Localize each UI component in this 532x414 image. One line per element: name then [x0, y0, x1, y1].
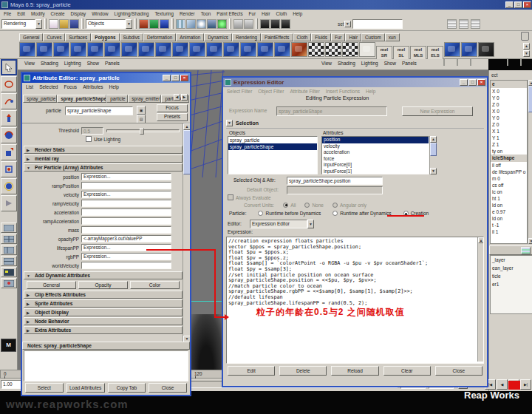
- attribute-field[interactable]: [81, 262, 171, 269]
- notes-area[interactable]: [24, 350, 188, 381]
- attribute-field[interactable]: [81, 226, 171, 234]
- channel-row[interactable]: ld on: [491, 202, 527, 208]
- radio-icon[interactable]: [332, 203, 338, 208]
- maximize-button[interactable]: □: [514, 1, 522, 8]
- attribute-field[interactable]: Expression...: [81, 191, 171, 198]
- shelf-tab[interactable]: Hair: [345, 33, 361, 41]
- shelf-icon-extrude[interactable]: [206, 42, 222, 57]
- menu-item[interactable]: Selected: [39, 84, 58, 89]
- scroll-thumb[interactable]: [183, 130, 190, 174]
- per-particle-section-header[interactable]: ▼Per Particle (Array) Attributes: [24, 163, 183, 172]
- minimize-button[interactable]: _: [163, 75, 171, 81]
- dialog-button[interactable]: Edit: [228, 366, 275, 376]
- section-header[interactable]: ▶Object Display: [24, 308, 183, 316]
- default-object-field[interactable]: [287, 186, 383, 194]
- menu-item[interactable]: Object Filter: [258, 89, 284, 94]
- add-dynamic-button[interactable]: Opacity: [78, 281, 128, 289]
- menu-item[interactable]: Lighting/Shading: [115, 11, 149, 16]
- shelf-tab[interactable]: Dynamics: [204, 33, 232, 41]
- dialog-button[interactable]: Copy Tab: [108, 383, 146, 393]
- scroll-down-icon[interactable]: ▼: [528, 238, 532, 244]
- scroll-down-icon[interactable]: ▼: [183, 336, 190, 342]
- shelf-tab[interactable]: Animation: [176, 33, 204, 41]
- menu-item[interactable]: Edit: [17, 11, 25, 16]
- dialog-button[interactable]: Close: [435, 366, 482, 376]
- attribute-field[interactable]: [81, 182, 171, 189]
- toolbar-grip[interactable]: [134, 18, 137, 29]
- snap-curve-icon[interactable]: [186, 19, 196, 29]
- minimize-button[interactable]: _: [460, 79, 468, 86]
- channel-row[interactable]: il 1: [491, 228, 527, 235]
- dialog-button[interactable]: Close: [149, 383, 187, 393]
- attribute-field[interactable]: [81, 200, 171, 207]
- panel-menu-item[interactable]: Show: [384, 61, 396, 66]
- layout-persp-graph-button[interactable]: [1, 256, 17, 266]
- section-header[interactable]: ▶Clip Effects Attributes: [24, 291, 183, 299]
- save-scene-icon[interactable]: [69, 19, 79, 29]
- node-name-field[interactable]: spray_particleShape: [65, 106, 133, 115]
- menu-item[interactable]: Create: [51, 11, 65, 16]
- selection-mask-dropdown[interactable]: Objects: [86, 19, 126, 29]
- channel-row[interactable]: Y 0: [491, 115, 527, 121]
- attribute-editor-tab[interactable]: spray_particle: [23, 95, 57, 103]
- render-view-icon[interactable]: [260, 19, 270, 29]
- ipr-render-icon[interactable]: [281, 19, 290, 29]
- attribute-list-item[interactable]: inputForce[0]: [322, 162, 429, 169]
- dialog-button[interactable]: Delete: [279, 366, 327, 376]
- layout-persp-outliner-button[interactable]: [1, 245, 17, 255]
- maximize-button[interactable]: □: [468, 79, 477, 86]
- shelf-icon-poly-solid[interactable]: [172, 42, 188, 57]
- universal-manipulator-tool[interactable]: [1, 161, 17, 177]
- scroll-up-icon[interactable]: ▲: [528, 80, 532, 86]
- channel-scrollbar[interactable]: ▲ ▼: [528, 80, 532, 244]
- expression-name-field[interactable]: spray_particleShape: [276, 106, 387, 116]
- set-field[interactable]: [352, 19, 403, 29]
- channel-row[interactable]: Y 1: [491, 135, 527, 141]
- collapse-icon[interactable]: ▼: [226, 120, 233, 126]
- close-button[interactable]: ×: [523, 1, 531, 8]
- panel-menu-item[interactable]: Shading: [41, 61, 58, 66]
- shelf-scroll-up-icon[interactable]: ▲: [523, 43, 530, 50]
- shelf-tab[interactable]: Surfaces: [65, 33, 91, 41]
- radio-icon[interactable]: [304, 203, 310, 208]
- menu-item[interactable]: Toon: [201, 11, 211, 16]
- object-list-item[interactable]: spray_particle: [228, 137, 317, 143]
- menu-item[interactable]: Fur: [249, 11, 256, 16]
- maximize-button[interactable]: □: [171, 75, 180, 81]
- shelf-tab[interactable]: Custom: [361, 33, 385, 41]
- shelf-trash-icon[interactable]: [521, 32, 529, 41]
- move-tool[interactable]: [1, 110, 17, 126]
- paint-select-tool[interactable]: [1, 93, 17, 109]
- shelf-icon-separate[interactable]: [240, 42, 256, 57]
- attribute-field[interactable]: Expression...: [81, 173, 171, 180]
- editor-dropdown-arrow-icon[interactable]: ▼: [307, 220, 314, 228]
- attributes-list-scrollbar[interactable]: ▲ ▼: [429, 136, 436, 174]
- shelf-icon-script-pen[interactable]: [359, 42, 375, 57]
- shelf-tab[interactable]: Curves: [43, 33, 65, 41]
- shelf-tab[interactable]: Deformation: [143, 33, 176, 41]
- shelf-icon-poly-torus[interactable]: [104, 42, 120, 57]
- shelf-icon-mirror[interactable]: [274, 42, 290, 57]
- menu-item[interactable]: Window: [92, 11, 108, 16]
- shelf-icon-smooth[interactable]: [189, 42, 205, 57]
- channel-row[interactable]: Y 0: [491, 95, 527, 101]
- attribute-list-item[interactable]: acceleration: [322, 149, 429, 156]
- channel-list-icon-2[interactable]: [457, 59, 458, 66]
- set-label[interactable]: set: [338, 21, 344, 27]
- focus-button[interactable]: Focus: [157, 104, 188, 112]
- toolbar-grip[interactable]: [171, 18, 174, 29]
- go-to-end-button[interactable]: ▶|: [520, 379, 531, 390]
- expression-editor-title-bar[interactable]: Expression Editor _ □ ×: [223, 78, 487, 87]
- dialog-button[interactable]: Clear: [383, 366, 431, 376]
- attribute-list-item[interactable]: position: [322, 137, 429, 143]
- selection-mask-arrow-icon[interactable]: ▼: [126, 19, 132, 29]
- channel-row[interactable]: de lifespanPP o: [491, 169, 527, 175]
- shelf-tab[interactable]: Cloth: [293, 33, 312, 41]
- menu-item[interactable]: Render: [180, 11, 195, 16]
- expression-textarea[interactable]: //creation expression floats particlesve…: [226, 237, 484, 364]
- input-connections-icon[interactable]: [244, 19, 253, 29]
- section-header[interactable]: ▶mental ray: [24, 155, 183, 163]
- menu-item[interactable]: Help: [366, 89, 375, 94]
- panel-menu-item[interactable]: Panels: [402, 61, 417, 66]
- shelf-icon-poly-pipe[interactable]: [138, 42, 154, 57]
